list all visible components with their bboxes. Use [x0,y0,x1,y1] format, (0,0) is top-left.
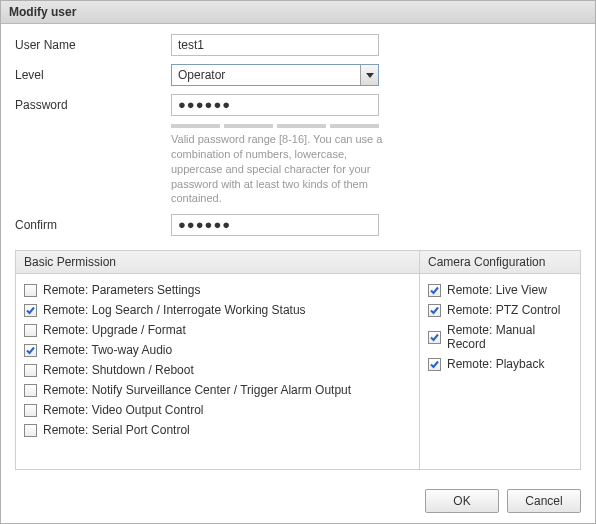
form-area: User Name Level Operator Password ●●●●●●… [1,24,595,250]
permission-item: Remote: Log Search / Interrogate Working… [20,300,415,320]
permission-checkbox[interactable] [24,324,37,337]
permission-item: Remote: Parameters Settings [20,280,415,300]
permission-checkbox[interactable] [428,358,441,371]
permission-checkbox[interactable] [24,304,37,317]
permission-label: Remote: Playback [447,357,544,371]
permission-checkbox[interactable] [428,304,441,317]
permission-label: Remote: Serial Port Control [43,423,190,437]
permission-item: Remote: Notify Surveillance Center / Tri… [20,380,415,400]
strength-seg [330,124,379,128]
permission-item: Remote: Shutdown / Reboot [20,360,415,380]
username-input[interactable] [171,34,379,56]
permission-label: Remote: Parameters Settings [43,283,200,297]
password-input[interactable]: ●●●●●● [171,94,379,116]
permission-label: Remote: Two-way Audio [43,343,172,357]
dialog-title: Modify user [1,1,595,24]
permission-item: Remote: Two-way Audio [20,340,415,360]
permission-label: Remote: Notify Surveillance Center / Tri… [43,383,351,397]
strength-seg [171,124,220,128]
modify-user-dialog: Modify user User Name Level Operator Pas… [0,0,596,524]
permission-item: Remote: Video Output Control [20,400,415,420]
basic-permission-list: Remote: Parameters SettingsRemote: Log S… [16,274,419,446]
svg-marker-0 [366,73,374,78]
permission-item: Remote: Upgrade / Format [20,320,415,340]
row-username: User Name [15,34,581,56]
permission-checkbox[interactable] [24,364,37,377]
row-level: Level Operator [15,64,581,86]
permission-checkbox[interactable] [428,331,441,344]
level-select[interactable]: Operator [171,64,379,86]
level-value: Operator [178,68,360,82]
basic-permission-column: Basic Permission Remote: Parameters Sett… [16,251,420,469]
ok-button[interactable]: OK [425,489,499,513]
label-level: Level [15,68,171,82]
permission-checkbox[interactable] [24,404,37,417]
permission-item: Remote: PTZ Control [424,300,576,320]
confirm-input[interactable]: ●●●●●● [171,214,379,236]
permission-label: Remote: Shutdown / Reboot [43,363,194,377]
permission-item: Remote: Live View [424,280,576,300]
permission-checkbox[interactable] [428,284,441,297]
row-password: Password ●●●●●● [15,94,581,116]
permission-label: Remote: Log Search / Interrogate Working… [43,303,306,317]
label-username: User Name [15,38,171,52]
label-password: Password [15,98,171,112]
permission-checkbox[interactable] [24,344,37,357]
camera-config-header: Camera Configuration [420,251,580,274]
row-confirm: Confirm ●●●●●● [15,214,581,236]
password-hint: Valid password range [8-16]. You can use… [171,132,385,206]
cancel-button[interactable]: Cancel [507,489,581,513]
permission-item: Remote: Playback [424,354,576,374]
permission-label: Remote: PTZ Control [447,303,560,317]
permission-label: Remote: Live View [447,283,547,297]
dropdown-button[interactable] [360,65,378,85]
password-strength [171,124,581,128]
permissions-area: Basic Permission Remote: Parameters Sett… [15,250,581,470]
strength-seg [277,124,326,128]
dialog-buttons: OK Cancel [425,489,581,513]
chevron-down-icon [366,73,374,78]
basic-permission-header: Basic Permission [16,251,419,274]
permission-checkbox[interactable] [24,424,37,437]
permission-item: Remote: Manual Record [424,320,576,354]
permission-item: Remote: Serial Port Control [20,420,415,440]
permission-checkbox[interactable] [24,384,37,397]
camera-config-list: Remote: Live ViewRemote: PTZ ControlRemo… [420,274,580,380]
label-confirm: Confirm [15,218,171,232]
permission-checkbox[interactable] [24,284,37,297]
permission-label: Remote: Manual Record [447,323,572,351]
permission-label: Remote: Upgrade / Format [43,323,186,337]
camera-config-column: Camera Configuration Remote: Live ViewRe… [420,251,580,469]
permission-label: Remote: Video Output Control [43,403,204,417]
strength-seg [224,124,273,128]
